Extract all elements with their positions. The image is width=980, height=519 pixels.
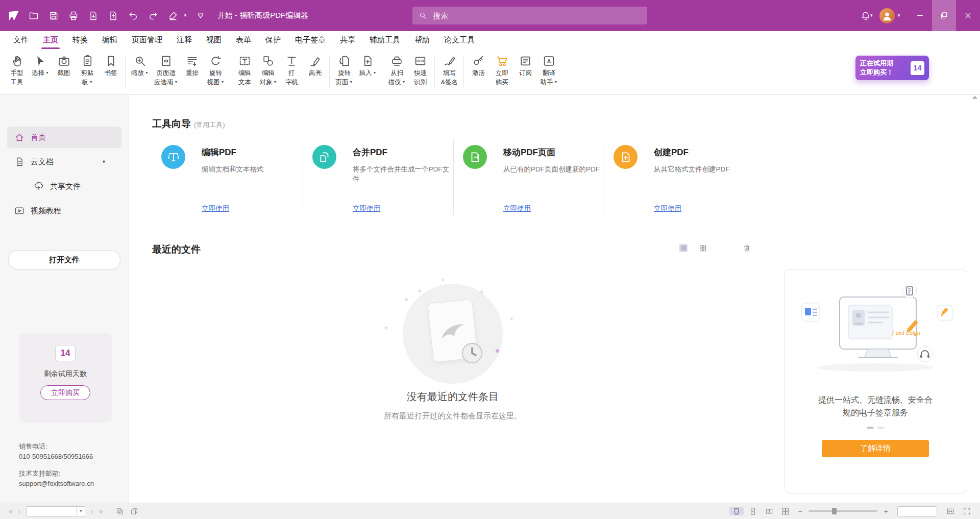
menu-item-1[interactable]: 主页 [36,31,65,49]
search-input[interactable] [432,11,641,20]
menu-item-10[interactable]: 共享 [333,31,362,49]
foxit-logo-icon[interactable] [7,9,20,22]
ribbon-insert-button[interactable]: 插入▼ [356,52,379,92]
page-dropdown-caret-icon[interactable]: ▼ [76,507,85,516]
video-tutorials-icon [14,206,24,216]
facing-view-icon[interactable] [762,507,776,515]
zoom-percentage-box[interactable] [897,506,937,516]
esign-dropdown-caret-icon[interactable]: ▼ [183,13,187,18]
next-page-button[interactable]: › [88,507,96,515]
fit-page-icon[interactable] [960,507,974,515]
ribbon-quick-ocr-button[interactable]: OCR快速识别 [408,52,432,92]
fit-width-icon[interactable] [943,507,958,515]
sidebar-item-cloud-docs[interactable]: 云文档▼ [7,151,121,172]
esign-pen-icon[interactable] [166,9,180,22]
menu-item-5[interactable]: 注释 [169,31,199,49]
menu-item-13[interactable]: 论文工具 [437,31,482,49]
ribbon-rotate-view-button[interactable]: 旋转视图▼ [204,52,227,92]
undo-icon[interactable] [127,9,140,22]
save-icon[interactable] [47,9,60,22]
share-document-icon[interactable] [107,9,120,22]
menu-item-9[interactable]: 电子签章 [288,31,333,49]
ribbon-fill-sign-button[interactable]: 填写&签名 [437,52,461,92]
use-now-link[interactable]: 立即使用 [202,204,229,213]
prev-page-button[interactable]: ‹ [15,507,23,515]
ribbon-edit-text-button[interactable]: 编辑文本 [233,52,256,92]
ribbon-clipboard-button[interactable]: 剪贴板▼ [76,52,99,92]
ribbon-reflow-button[interactable]: 重排 [180,52,204,92]
account-caret-icon[interactable]: ▼ [897,13,901,18]
redo-icon[interactable] [146,9,160,22]
menu-item-2[interactable]: 转换 [65,31,95,49]
menu-item-3[interactable]: 编辑 [95,31,125,49]
last-page-button[interactable]: » [96,507,105,515]
ribbon-typewriter-button[interactable]: 打字机 [280,52,303,92]
sidebar-item-shared-files[interactable]: 共享文件 [7,176,121,197]
menu-item-0[interactable]: 文件 [6,31,36,49]
menu-item-6[interactable]: 视图 [199,31,229,49]
print-icon[interactable] [67,9,80,22]
quick-ocr-icon: OCR [414,54,427,68]
ribbon-edit-object-button[interactable]: 编辑对象▼ [256,52,280,92]
notifications-caret-icon[interactable]: ▼ [869,13,873,18]
support-email-value[interactable]: support@foxitsoftware.cn [19,479,94,489]
ribbon-select-button[interactable]: 选择▼ [29,52,52,92]
ribbon-rotate-pages-button[interactable]: 旋转页面▼ [332,52,356,92]
menu-item-8[interactable]: 保护 [258,31,288,49]
ribbon-hand-tool-button[interactable]: 手型工具 [5,52,29,92]
continuous-view-icon[interactable] [746,507,760,515]
esign-illustration: Foxit eSign [791,283,960,374]
move-pdf-pages-icon [463,145,487,169]
search-box[interactable] [412,7,647,24]
trial-period-badge[interactable]: 正在试用期 立即购买！ 14 [855,56,929,80]
use-now-link[interactable]: 立即使用 [654,204,681,213]
ribbon-translate-assistant-button[interactable]: A翻译助手▼ [537,52,560,92]
user-avatar[interactable] [879,8,895,23]
ribbon-snapshot-button[interactable]: 截图 [52,52,76,92]
zoom-slider[interactable] [808,510,877,512]
restore-button[interactable] [932,0,956,31]
ribbon-highlight-button[interactable]: 高亮 [303,52,327,92]
customize-quick-access-icon[interactable] [194,9,207,22]
page-number-box[interactable]: ▼ [26,506,85,516]
open-file-button[interactable]: 打开文件 [8,250,120,269]
reflow-icon [186,54,199,68]
minimize-button[interactable] [908,0,932,31]
learn-more-button[interactable]: 了解详情 [822,440,929,457]
zoom-slider-thumb[interactable] [832,508,837,514]
buy-now-button[interactable]: 立即购买 [40,385,90,400]
sidebar-item-video-tutorials[interactable]: 视频教程 [7,200,121,221]
use-now-link[interactable]: 立即使用 [503,204,531,213]
ribbon-bookmark-button[interactable]: 书签 [99,52,122,92]
chevron-down-icon[interactable]: ▼ [102,159,106,164]
clear-recent-trash-icon[interactable] [743,244,751,252]
ribbon-activate-button[interactable]: 激活 [467,52,490,92]
page-number-input[interactable] [27,508,76,515]
grid-view-icon[interactable] [699,244,707,252]
ribbon-buy-now-button[interactable]: 立即购买 [490,52,513,92]
close-button[interactable] [956,0,980,31]
scrollbar-up-arrow-icon[interactable] [972,95,977,99]
menu-item-12[interactable]: 帮助 [407,31,437,49]
ribbon-page-fit-options-button[interactable]: 页面适应选项▼ [152,52,180,92]
export-document-icon[interactable] [87,9,100,22]
menu-item-11[interactable]: 辅助工具 [362,31,407,49]
use-now-link[interactable]: 立即使用 [353,204,380,213]
list-view-icon[interactable] [679,244,688,252]
snapshot-view-icon[interactable] [113,507,127,515]
sidebar-item-home[interactable]: 首页 [7,127,121,148]
duplicate-view-icon[interactable] [127,507,141,515]
ribbon-from-scanner-button[interactable]: 从扫描仪▼ [385,52,408,92]
promo-pagination-dots[interactable] [867,427,885,429]
menu-item-7[interactable]: 表单 [229,31,258,49]
ribbon-subscribe-button[interactable]: 订阅 [513,52,537,92]
open-file-icon[interactable] [27,9,40,22]
single-page-view-icon[interactable] [729,507,744,515]
continuous-facing-view-icon[interactable] [778,507,793,515]
menu-item-4[interactable]: 页面管理 [125,31,169,49]
zoom-out-button[interactable]: − [795,507,805,515]
ribbon-divider [382,56,382,88]
ribbon-zoom-button[interactable]: 缩放▼ [128,52,152,92]
first-page-button[interactable]: « [6,507,15,515]
zoom-in-button[interactable]: + [880,507,891,515]
